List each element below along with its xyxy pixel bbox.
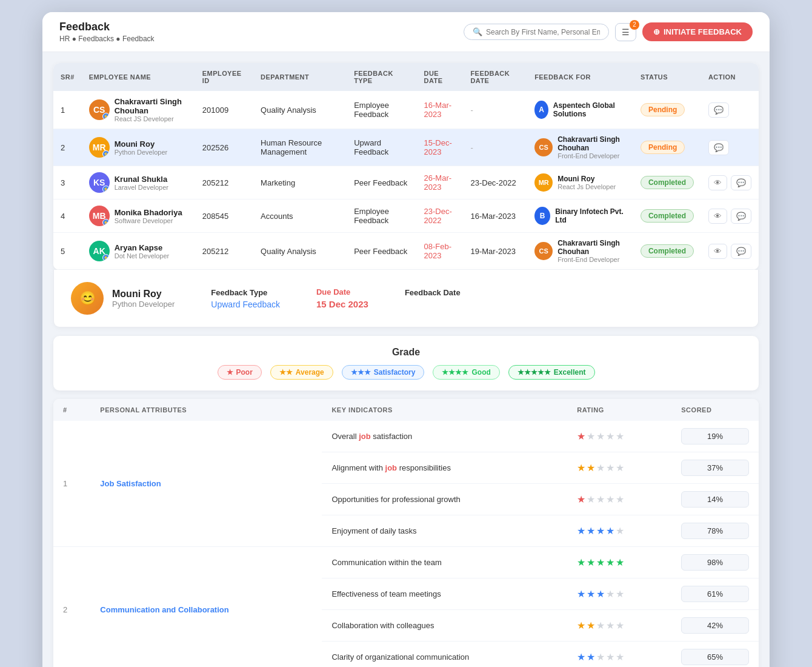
emp-cell: CS ⚡ Chakravarti Singh Chouhan React JS …	[82, 91, 195, 129]
status-badge: Pending	[641, 103, 685, 116]
breadcrumb: HR ● Feedbacks ● Feedback	[59, 35, 155, 43]
score-cell: 42%	[671, 610, 759, 642]
header-right: 🔍 ☰ 2 ⊕ INITIATE FEEDBACK	[464, 22, 753, 41]
feedback-row: 1 Job Satisfaction Overall job satisfact…	[53, 421, 759, 452]
col-dept: DEPARTMENT	[253, 63, 347, 91]
role-badge: ⚡	[102, 186, 110, 193]
indicator-cell: Enjoyment of daily tasks	[322, 515, 567, 547]
score-cell: 14%	[671, 484, 759, 515]
avatar: AK ⚡	[89, 241, 110, 261]
role-badge: ⚡	[102, 150, 110, 158]
status-badge: Completed	[641, 176, 694, 189]
view-action-button[interactable]: 👁	[708, 244, 727, 259]
rating-cell: ★★★★★	[567, 642, 671, 668]
col-key-indicators: KEY INDICATORS	[322, 399, 567, 421]
message-action-button[interactable]: 💬	[731, 244, 751, 259]
rating-cell: ★★★★★	[567, 421, 671, 452]
rating-cell: ★★★★★	[567, 547, 671, 578]
score-cell: 65%	[671, 642, 759, 668]
sr-cell: 3	[53, 166, 82, 199]
col-emp-name: EMPLOYEE NAME	[82, 63, 195, 91]
sr-cell: 2	[53, 129, 82, 166]
score-cell: 37%	[671, 452, 759, 484]
rating-cell: ★★★★★	[567, 452, 671, 484]
table-row[interactable]: 1 CS ⚡ Chakravarti Singh Chouhan React J…	[53, 91, 759, 129]
avatar: CS ⚡	[89, 99, 110, 120]
search-input[interactable]	[486, 28, 600, 36]
search-icon: 🔍	[473, 27, 482, 36]
expanded-fb-date: Feedback Date	[405, 288, 461, 309]
table-header-row: SR# EMPLOYEE NAME EMPLOYEE ID DEPARTMENT…	[53, 63, 759, 91]
grade-average: ★★ Average	[270, 365, 333, 380]
feedback-table-header: # PERSONAL ATTRIBUTES KEY INDICATORS RAT…	[53, 399, 759, 421]
grade-section: Grade ★ Poor ★★ Average ★★★ Satisfactory…	[53, 336, 759, 390]
emp-cell: MB ⚡ Monika Bhadoriya Software Developer	[82, 199, 195, 233]
message-action-button[interactable]: 💬	[731, 209, 751, 224]
status-badge: Completed	[641, 209, 694, 223]
row-number: 1	[53, 421, 90, 547]
message-action-button[interactable]: 💬	[708, 140, 729, 155]
expanded-employee: 😊 Mouni Roy Python Developer	[71, 282, 175, 315]
table-row[interactable]: 2 MR ⚡ Mouni Roy Python Developer	[53, 129, 759, 166]
row-number: 2	[53, 547, 90, 668]
page-title: Feedback	[59, 21, 155, 33]
expanded-fb-type: Feedback Type Upward Feedback	[211, 288, 280, 309]
company-avatar: A	[534, 101, 548, 119]
table-row[interactable]: 5 AK ⚡ Aryan Kapse Dot Net Developer	[53, 233, 759, 270]
table-row[interactable]: 3 KS ⚡ Krunal Shukla Laravel Developer	[53, 166, 759, 199]
col-emp-id: EMPLOYEE ID	[195, 63, 253, 91]
score-cell: 78%	[671, 515, 759, 547]
plus-icon: ⊕	[653, 27, 660, 36]
attr-label-cell: Communication and Collaboration	[90, 547, 322, 668]
indicator-cell: Collaboration with colleagues	[322, 610, 567, 642]
role-badge: ⚡	[102, 219, 110, 226]
filter-button[interactable]: ☰ 2	[615, 23, 636, 41]
initiate-feedback-button[interactable]: ⊕ INITIATE FEEDBACK	[642, 22, 753, 41]
rating-cell: ★★★★★	[567, 610, 671, 642]
feedback-list-table: SR# EMPLOYEE NAME EMPLOYEE ID DEPARTMENT…	[53, 63, 759, 270]
avatar: MR	[534, 173, 553, 192]
sr-cell: 5	[53, 233, 82, 270]
rating-cell: ★★★★★	[567, 484, 671, 515]
grade-good: ★★★★ Good	[433, 365, 499, 380]
score-cell: 61%	[671, 578, 759, 610]
status-badge: Pending	[641, 141, 685, 154]
message-action-button[interactable]: 💬	[731, 175, 751, 190]
view-action-button[interactable]: 👁	[708, 175, 727, 190]
header-left: Feedback HR ● Feedbacks ● Feedback	[59, 21, 155, 43]
rating-cell: ★★★★★	[567, 578, 671, 610]
grade-poor: ★ Poor	[218, 365, 262, 380]
attr-label-cell: Job Satisfaction	[90, 421, 322, 547]
role-badge: ⚡	[102, 113, 110, 120]
avatar: CS	[534, 242, 553, 260]
rating-cell: ★★★★★	[567, 515, 671, 547]
message-action-button[interactable]: 💬	[708, 102, 729, 118]
score-cell: 98%	[671, 547, 759, 578]
score-cell: 19%	[671, 421, 759, 452]
avatar: MR ⚡	[89, 137, 110, 158]
avatar: CS	[534, 138, 553, 156]
status-badge: Completed	[641, 244, 694, 258]
col-status: STATUS	[633, 63, 701, 91]
feedback-detail-table-section: # PERSONAL ATTRIBUTES KEY INDICATORS RAT…	[53, 399, 759, 667]
col-hash: #	[53, 399, 90, 421]
indicator-cell: Opportunities for professional growth	[322, 484, 567, 515]
emp-cell: AK ⚡ Aryan Kapse Dot Net Developer	[82, 233, 195, 270]
sr-cell: 4	[53, 199, 82, 233]
avatar: MB ⚡	[89, 206, 110, 226]
grade-excellent: ★★★★★ Excellent	[508, 365, 595, 380]
col-personal-attr: PERSONAL ATTRIBUTES	[90, 399, 322, 421]
col-action: ACTION	[701, 63, 759, 91]
main-window: Feedback HR ● Feedbacks ● Feedback 🔍 ☰ 2…	[42, 12, 770, 667]
indicator-cell: Clarity of organizational communication	[322, 642, 567, 668]
table-row[interactable]: 4 MB ⚡ Monika Bhadoriya Software Develop…	[53, 199, 759, 233]
emp-cell: KS ⚡ Krunal Shukla Laravel Developer	[82, 166, 195, 199]
expanded-avatar: 😊	[71, 282, 104, 315]
col-due-date: DUE DATE	[417, 63, 464, 91]
view-action-button[interactable]: 👁	[708, 209, 727, 224]
emp-cell: MR ⚡ Mouni Roy Python Developer	[82, 129, 195, 166]
expanded-detail-panel: 😊 Mouni Roy Python Developer Feedback Ty…	[53, 270, 759, 327]
search-box: 🔍	[464, 24, 609, 40]
feedback-row: 2 Communication and Collaboration Commun…	[53, 547, 759, 578]
avatar: KS ⚡	[89, 172, 110, 193]
